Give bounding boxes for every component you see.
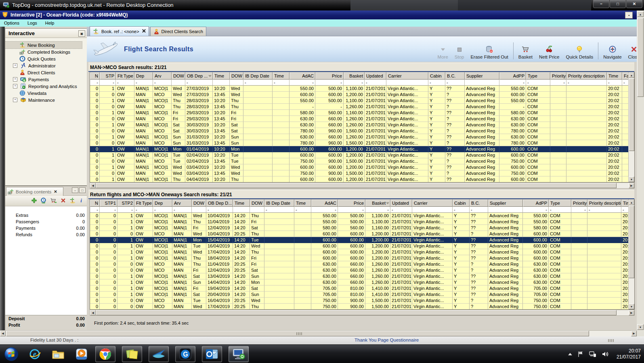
scroll-down-icon[interactable]: ▼ <box>629 304 634 309</box>
filter-cell[interactable]: - <box>571 207 587 213</box>
column-header-dow[interactable]: DOW <box>192 199 206 207</box>
scroll-left-icon[interactable]: ◀ <box>90 310 96 315</box>
column-header-dep[interactable]: Dep <box>134 72 153 80</box>
sidebar-item-administrator[interactable]: +Administrator <box>5 62 87 69</box>
scrollbar-thumb[interactable] <box>96 310 617 315</box>
minimize-button[interactable]: – <box>593 0 609 8</box>
filter-cell[interactable]: - <box>243 80 273 86</box>
scroll-right-icon[interactable]: ▶ <box>631 331 637 336</box>
filter-cell[interactable] <box>488 207 523 213</box>
scrollbar-thumb[interactable] <box>6 331 589 336</box>
filter-cell[interactable]: - <box>90 207 100 213</box>
filter-cell[interactable]: - <box>526 80 550 86</box>
filter-cell[interactable]: - <box>607 80 622 86</box>
column-header-carrier[interactable]: Carrier <box>386 72 428 80</box>
table-row[interactable]: 00OWMANMCOWed27/03/201913:45Wed600.00600… <box>90 92 629 98</box>
scrollbar-thumb[interactable] <box>629 206 634 278</box>
column-header-type[interactable]: Type <box>549 199 571 207</box>
scroll-up-icon[interactable]: ▲ <box>629 199 634 205</box>
filter-cell[interactable]: - <box>100 80 116 86</box>
filter-cell[interactable]: - <box>622 80 629 86</box>
toolbar-button-navigate[interactable]: Navigate <box>600 45 625 59</box>
column-header-supplier[interactable]: Supplier <box>488 199 523 207</box>
filter-cell[interactable]: - <box>134 207 153 213</box>
filter-cell[interactable] <box>172 80 185 86</box>
table-row-selected[interactable]: 001OWMCO|1MAN|1Mon15/04/201914:20Tue600.… <box>90 237 629 243</box>
sidebar-item-viewdata[interactable]: Viewdata <box>5 90 87 97</box>
column-header-n[interactable]: N <box>90 199 100 207</box>
column-header-flt-type[interactable]: Flt Type <box>134 199 153 207</box>
scroll-up-icon[interactable]: ▲ <box>637 11 644 17</box>
filter-cell[interactable]: - <box>294 207 311 213</box>
filter-cell[interactable]: - <box>100 207 117 213</box>
column-header-ob-dep-d-[interactable]: OB Dep D... <box>206 199 233 207</box>
table-row[interactable]: 00OWMANMCOFri29/03/201913:45Fri630.00660… <box>90 116 629 122</box>
table-row[interactable]: 01OWMAN|1MCO|1Fri29/03/201910:20Fri580.0… <box>90 110 629 116</box>
scroll-up-icon[interactable]: ▲ <box>629 72 634 78</box>
booking-tool-palm[interactable] <box>69 197 76 204</box>
column-header-flt-type[interactable]: Flt Type <box>116 72 134 80</box>
table-row[interactable]: 001OWMCO|1MAN|1Thu11/04/201914:20Fri550.… <box>90 219 629 225</box>
column-header-basket[interactable]: Basket <box>365 199 390 207</box>
column-header-cabin[interactable]: Cabin <box>453 199 470 207</box>
filter-cell[interactable]: - <box>549 207 571 213</box>
column-header-b-c-[interactable]: B.C. <box>445 72 465 80</box>
tab-close-icon[interactable] <box>142 29 146 34</box>
column-header-time[interactable]: Time <box>233 199 250 207</box>
filter-cell[interactable]: - <box>453 207 470 213</box>
taskbar-pinned-wmp[interactable] <box>73 348 90 361</box>
column-header-supplier[interactable]: Supplier <box>465 72 499 80</box>
filter-cell[interactable]: - <box>470 207 488 213</box>
filter-cell[interactable]: - <box>428 80 445 86</box>
filter-cell[interactable]: - <box>273 80 289 86</box>
filter-cell[interactable] <box>213 80 230 86</box>
filter-cell[interactable]: - <box>621 207 629 213</box>
column-header-ib-dep-date[interactable]: IB Dep Date <box>243 72 273 80</box>
table-row[interactable]: 001OWMCO|1MAN|1Thu18/04/201914:20Fri600.… <box>90 255 629 261</box>
table-row[interactable]: 01OWMAN|1MCO|1Thu04/04/201910:20Thu600.0… <box>90 176 629 182</box>
tray-network-icon[interactable] <box>589 351 596 357</box>
taskbar-app-gapp[interactable]: G <box>175 346 195 362</box>
filter-cell[interactable]: - <box>550 80 566 86</box>
outbound-horizontal-scrollbar[interactable]: ◀ ▶ <box>90 183 635 189</box>
column-header-b-c-[interactable]: B.C. <box>470 199 488 207</box>
taskbar-app-outlook[interactable] <box>202 346 222 362</box>
taskbar-app-chrome[interactable] <box>95 346 115 362</box>
toolbar-button-nett-price[interactable]: Nett Price <box>536 45 563 59</box>
panel-collapse-button[interactable]: ▣ <box>78 30 85 37</box>
tray-volume-icon[interactable] <box>602 351 609 357</box>
column-header-priority-description[interactable]: Priority description <box>566 72 607 80</box>
filter-cell[interactable] <box>250 207 264 213</box>
column-header-cabin[interactable]: Cabin <box>428 72 445 80</box>
filter-cell[interactable]: - <box>338 207 365 213</box>
taskbar-clock[interactable]: 20:07 21/07/2017 <box>617 348 641 360</box>
filter-cell[interactable]: - <box>315 80 344 86</box>
column-header-basket[interactable]: Basket <box>344 72 365 80</box>
table-row[interactable]: 001OWMCO|1MAN|1Fri19/04/201914:20Sat705.… <box>90 285 629 292</box>
booking-tool-schedule[interactable] <box>40 197 47 204</box>
column-header-adpp[interactable]: AdPP <box>499 72 526 80</box>
filter-cell[interactable]: - <box>172 207 192 213</box>
column-header-time[interactable]: Time <box>294 199 311 207</box>
filter-cell[interactable]: - <box>365 80 386 86</box>
column-header-arv[interactable]: Arv <box>172 199 192 207</box>
filter-cell[interactable]: - <box>390 207 412 213</box>
booking-tab-close-icon[interactable]: ✕ <box>54 189 57 194</box>
column-header-price[interactable]: Price <box>315 72 344 80</box>
return-horizontal-scrollbar[interactable]: ◀ ▶ <box>90 310 635 316</box>
table-row[interactable]: 01OWMAN|1MCO|1Sat30/03/201910:20Sat630.0… <box>90 122 629 128</box>
filter-cell[interactable] <box>386 80 428 86</box>
table-row[interactable]: 001OWMCO|1MAN|1Tue16/04/201914:20Wed600.… <box>90 243 629 249</box>
booking-tool-delete[interactable] <box>60 197 66 204</box>
menu-item-options[interactable]: Options <box>0 21 23 25</box>
column-header-dow[interactable]: DOW <box>250 199 264 207</box>
booking-minimize-button[interactable]: – <box>72 187 78 193</box>
taskbar-app-swoosh[interactable] <box>149 346 169 362</box>
table-row[interactable]: 00OWMANMCOSat30/03/201913:45Sat780.00960… <box>90 128 629 134</box>
filter-cell[interactable]: - <box>185 80 213 86</box>
table-row[interactable]: 001OWMCO|1MAN|1Sun14/04/201914:20Mon630.… <box>90 279 629 285</box>
return-vertical-scrollbar[interactable]: ▲ ▼ <box>628 199 634 309</box>
toolbar-button-close[interactable]: Close <box>625 45 637 59</box>
scroll-down-icon[interactable]: ▼ <box>629 176 634 182</box>
column-header-dep[interactable]: Dep <box>153 199 172 207</box>
